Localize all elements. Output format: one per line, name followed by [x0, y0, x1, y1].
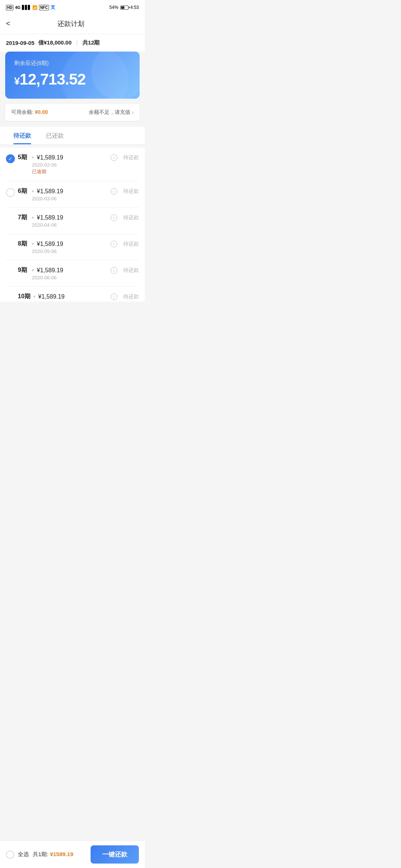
info-icon-3[interactable]: i [111, 214, 117, 221]
info-icon-1[interactable]: i [111, 154, 117, 161]
item-main-3: 7期 ¥1,589.19 i 待还款 [18, 214, 139, 221]
battery-icon [120, 6, 128, 10]
loan-info: 2019-09-05 借¥18,000.00 共12期 [0, 34, 145, 52]
remaining-balance-card: 剩余应还(8期) ¥12,713.52 [5, 52, 140, 99]
loan-amount-value: ¥18,000.00 [44, 39, 72, 46]
info-icon-5[interactable]: i [111, 267, 117, 274]
yen-symbol: ¥ [14, 75, 20, 87]
item-content-6: 10期 ¥1,589.19 i 待还款 [18, 293, 139, 300]
checkbox-unchecked-2[interactable] [6, 188, 15, 197]
item-main-2: 6期 ¥1,589.19 i 待还款 [18, 187, 139, 195]
item-main-6: 10期 ¥1,589.19 i 待还款 [18, 293, 139, 300]
status-3: 待还款 [120, 214, 139, 221]
alipay-icon: 支 [50, 4, 55, 11]
time-display: 4:53 [130, 5, 139, 10]
loan-total-periods: 共12期 [82, 39, 100, 46]
loan-date: 2019-09-05 [6, 40, 35, 46]
item-amount-1: ¥1,589.19 [37, 154, 108, 161]
period-num-3: 7期 [18, 214, 29, 221]
item-date-2: 2020-03-06 [18, 196, 139, 201]
card-amount-value: 12,713.52 [20, 70, 86, 88]
status-left: HD 4G ▋▋▋ 📶 NFC 支 [6, 4, 55, 11]
item-content-5: 9期 ¥1,589.19 i 待还款 2020-06-06 [18, 266, 139, 280]
item-amount-4: ¥1,589.19 [37, 241, 108, 247]
overdue-text-1: 已逾期 [18, 168, 139, 175]
payment-item-4: 8期 ¥1,589.19 i 待还款 2020-05-06 [6, 234, 139, 260]
payment-item: ✓ 5期 ¥1,589.19 i 待还款 2020-02-06 已逾期 [6, 148, 139, 181]
balance-label: 可用余额: ¥0.00 [11, 109, 48, 116]
card-amount: ¥12,713.52 [14, 70, 131, 88]
status-right: 54% 4:53 [110, 5, 139, 10]
tab-bar: 待还款 已还款 [0, 127, 145, 145]
divider [77, 40, 77, 46]
status-2: 待还款 [120, 188, 139, 195]
network-icon: 4G [15, 5, 20, 10]
info-icon-6[interactable]: i [111, 293, 117, 300]
chevron-right-icon: › [132, 109, 134, 116]
payment-item-5: 9期 ¥1,589.19 i 待还款 2020-06-06 [6, 260, 139, 287]
item-amount-2: ¥1,589.19 [37, 188, 108, 195]
status-bar: HD 4G ▋▋▋ 📶 NFC 支 54% 4:53 [0, 0, 145, 13]
status-6: 待还款 [120, 293, 139, 300]
payment-item-6: 10期 ¥1,589.19 i 待还款 [6, 287, 139, 302]
recharge-link[interactable]: 余额不足，请充值 › [89, 109, 134, 116]
item-content-1: 5期 ¥1,589.19 i 待还款 2020-02-06 已逾期 [18, 154, 139, 175]
period-num-4: 8期 [18, 240, 29, 248]
card-subtitle: 剩余应还(8期) [14, 60, 131, 67]
item-date-3: 2020-04-06 [18, 222, 139, 228]
checkbox-area-2[interactable] [6, 187, 18, 197]
dot-5 [32, 269, 34, 271]
tab-pending-label: 待还款 [13, 132, 31, 139]
status-4: 待还款 [120, 241, 139, 247]
dot-4 [32, 243, 34, 245]
recharge-text: 余额不足，请充值 [89, 109, 130, 116]
item-main-5: 9期 ¥1,589.19 i 待还款 [18, 266, 139, 274]
battery-percent: 54% [110, 5, 118, 10]
item-main-1: 5期 ¥1,589.19 i 待还款 [18, 154, 139, 161]
item-date-5: 2020-06-06 [18, 275, 139, 280]
period-num-1: 5期 [18, 154, 29, 161]
dot-6 [33, 296, 35, 297]
loan-amount: 借¥18,000.00 [38, 39, 72, 46]
item-amount-6: ¥1,589.19 [38, 293, 108, 300]
dot-2 [32, 190, 34, 192]
back-button[interactable]: < [6, 18, 13, 29]
period-num-2: 6期 [18, 187, 29, 195]
tab-pending[interactable]: 待还款 [6, 127, 39, 144]
item-amount-3: ¥1,589.19 [37, 214, 108, 221]
wifi-icon: 📶 [32, 5, 38, 10]
checkbox-checked-icon[interactable]: ✓ [6, 154, 15, 163]
item-content-4: 8期 ¥1,589.19 i 待还款 2020-05-06 [18, 240, 139, 254]
status-5: 待还款 [120, 267, 139, 274]
dot-3 [32, 217, 34, 218]
period-num-6: 10期 [18, 293, 30, 300]
tab-paid[interactable]: 已还款 [39, 127, 71, 144]
period-num-5: 9期 [18, 266, 29, 274]
info-icon-4[interactable]: i [111, 241, 117, 247]
nfc-icon: NFC [39, 5, 49, 10]
top-nav: < 还款计划 [0, 13, 145, 34]
payment-list: ✓ 5期 ¥1,589.19 i 待还款 2020-02-06 已逾期 6期 ¥… [0, 148, 145, 302]
dot-1 [32, 157, 34, 158]
info-icon-2[interactable]: i [111, 188, 117, 195]
item-date-4: 2020-05-06 [18, 249, 139, 254]
payment-item-2: 6期 ¥1,589.19 i 待还款 2020-03-06 [6, 181, 139, 208]
page-title: 还款计划 [13, 19, 128, 28]
balance-amount: ¥0.00 [35, 109, 48, 115]
item-content-3: 7期 ¥1,589.19 i 待还款 2020-04-06 [18, 214, 139, 228]
balance-label-text: 可用余额: [11, 109, 33, 115]
checkbox-area-1[interactable]: ✓ [6, 154, 18, 163]
status-1: 待还款 [120, 154, 139, 161]
item-main-4: 8期 ¥1,589.19 i 待还款 [18, 240, 139, 248]
item-date-1: 2020-02-06 [18, 162, 139, 168]
item-amount-5: ¥1,589.19 [37, 267, 108, 274]
item-content-2: 6期 ¥1,589.19 i 待还款 2020-03-06 [18, 187, 139, 201]
balance-row: 可用余额: ¥0.00 余额不足，请充值 › [5, 104, 140, 121]
payment-item-3: 7期 ¥1,589.19 i 待还款 2020-04-06 [6, 208, 139, 234]
signal-icon: ▋▋▋ [22, 5, 31, 10]
tab-paid-label: 已还款 [46, 132, 64, 139]
borrow-label: 借 [38, 39, 44, 46]
hd-icon: HD [6, 5, 13, 10]
